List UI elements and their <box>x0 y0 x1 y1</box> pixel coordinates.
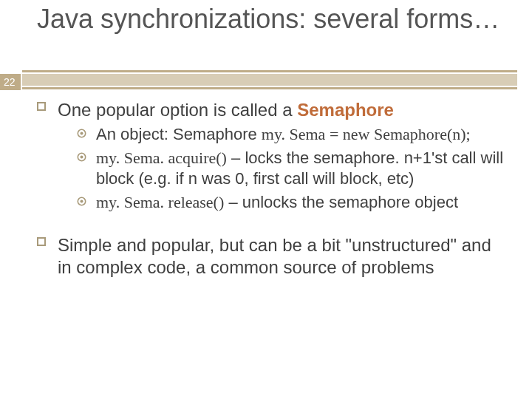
square-bullet-icon <box>37 237 46 246</box>
target-bullet-icon <box>77 152 86 162</box>
subbullet-1-t1: An <box>96 125 116 143</box>
subbullet-3: my. Sema. release() – unlocks the semaph… <box>77 192 510 213</box>
subbullet-3-t2: – unlocks the semaphore object <box>224 193 458 211</box>
subbullet-3-code: my. Sema. release() <box>96 193 224 211</box>
target-bullet-icon <box>77 197 86 206</box>
slide-number-badge: 22 <box>0 74 21 90</box>
subbullet-1-code: my. Sema = new Semaphore(n); <box>262 125 471 143</box>
title-rule-bottom <box>22 87 517 89</box>
bullet-1-highlight: Semaphore <box>297 100 394 120</box>
subbullet-1-t2: object: Semaphore <box>116 125 262 143</box>
bullet-2-text: Simple and popular, but can be a bit "un… <box>58 235 491 277</box>
subbullet-1: An object: Semaphore my. Sema = new Sema… <box>77 124 510 145</box>
svg-point-1 <box>81 132 83 135</box>
bullet-2: Simple and popular, but can be a bit "un… <box>37 234 510 279</box>
bullet-1: One popular option is called a Semaphore… <box>37 99 510 214</box>
slide: Java synchronizations: several forms… 22… <box>0 0 532 399</box>
slide-title: Java synchronizations: several forms… <box>37 4 517 34</box>
subbullet-2: my. Sema. acquire() – locks the semaphor… <box>77 148 510 189</box>
svg-point-3 <box>81 156 83 159</box>
title-rule-top <box>22 70 517 72</box>
bullet-1-text-prefix: One popular option is called a <box>58 100 297 120</box>
subbullet-2-code: my. Sema. acquire() <box>96 149 227 167</box>
title-rule-mid <box>22 74 517 86</box>
svg-point-5 <box>81 200 83 203</box>
content-area: One popular option is called a Semaphore… <box>37 99 510 286</box>
target-bullet-icon <box>77 129 86 138</box>
square-bullet-icon <box>37 102 46 111</box>
